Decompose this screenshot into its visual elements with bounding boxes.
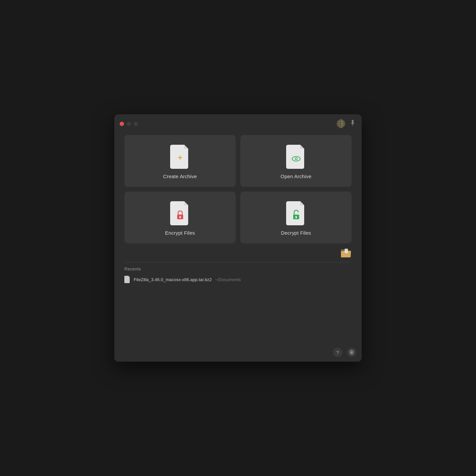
create-archive-button[interactable]: + Create Archive [124, 135, 236, 187]
open-folder-button[interactable] [340, 248, 352, 259]
svg-text:+: + [178, 153, 182, 162]
action-grid: + Create Archive [124, 135, 352, 243]
pin-icon[interactable] [349, 119, 356, 128]
recent-filename: FileZilla_3.46.0_macosx-x86.app.tar.bz2 [134, 277, 212, 282]
svg-rect-16 [295, 217, 296, 218]
open-archive-label: Open Archive [280, 173, 311, 179]
recent-item[interactable]: FileZilla_3.46.0_macosx-x86.app.tar.bz2 … [124, 275, 352, 284]
create-archive-label: Create Archive [163, 173, 197, 179]
open-archive-button[interactable]: Open Archive [240, 135, 352, 187]
main-window: + Create Archive [114, 114, 362, 362]
open-archive-icon [286, 145, 306, 169]
svg-point-18 [351, 352, 353, 353]
decrypt-files-label: Decrypt Files [281, 230, 311, 236]
titlebar [114, 114, 362, 132]
divider [124, 262, 352, 262]
svg-rect-13 [180, 217, 181, 218]
footer: ? [114, 344, 362, 362]
bottom-bar [124, 248, 352, 261]
minimize-button[interactable] [127, 122, 131, 126]
help-button[interactable]: ? [333, 348, 342, 357]
main-content: + Create Archive [114, 132, 362, 344]
decrypt-files-button[interactable]: Decrypt Files [240, 192, 352, 243]
settings-icon [349, 350, 354, 355]
titlebar-right [336, 119, 356, 128]
recents-title: Recents [124, 266, 352, 271]
encrypt-files-button[interactable]: Encrypt Files [124, 192, 236, 243]
recent-path: ~/Documents [215, 277, 241, 282]
decrypt-files-icon [286, 201, 306, 225]
svg-point-10 [295, 158, 297, 159]
close-button[interactable] [120, 122, 124, 126]
traffic-lights [120, 122, 138, 126]
globe-icon[interactable] [336, 119, 346, 128]
encrypt-files-label: Encrypt Files [165, 230, 195, 236]
maximize-button[interactable] [134, 122, 138, 126]
encrypt-files-icon [170, 201, 190, 225]
recents-section: Recents FileZilla_3.46.0_macosx-x86.app.… [124, 266, 352, 338]
recent-file-icon [124, 276, 130, 283]
settings-button[interactable] [347, 348, 356, 357]
create-archive-icon: + [170, 145, 190, 169]
